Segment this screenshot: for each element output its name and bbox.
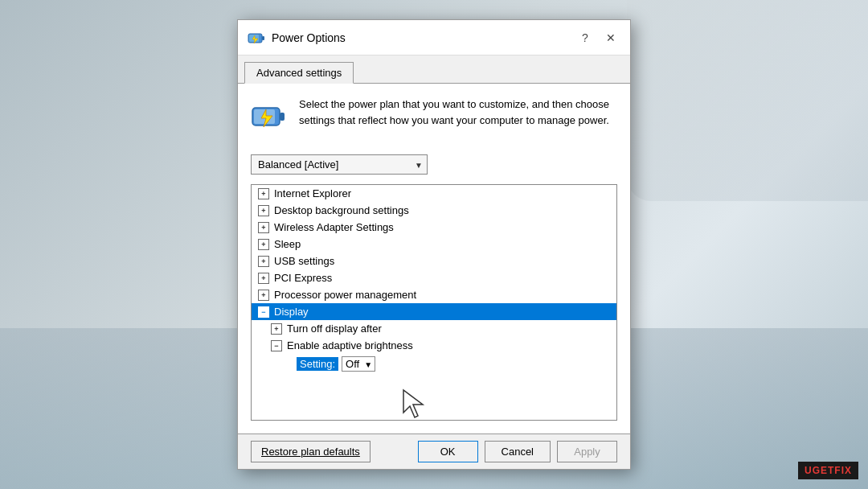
list-item-wireless[interactable]: + Wireless Adapter Settings: [252, 219, 616, 236]
list-item-label-wireless: Wireless Adapter Settings: [274, 221, 394, 233]
bg-laptop-decoration: [627, 0, 868, 201]
expand-icon-sleep: +: [258, 239, 269, 250]
apply-button[interactable]: Apply: [557, 441, 617, 462]
dialog-footer: Restore plan defaults OK Cancel Apply: [238, 434, 630, 469]
list-item-display[interactable]: − Display: [252, 303, 616, 320]
list-item-label-desktop: Desktop background settings: [274, 204, 409, 216]
expand-icon-wireless: +: [258, 222, 269, 233]
close-button[interactable]: ✕: [601, 28, 620, 47]
title-controls: ? ✕: [575, 28, 620, 47]
power-plan-dropdown[interactable]: Balanced [Active] Power saver High perfo…: [251, 154, 428, 175]
list-item-label-ie: Internet Explorer: [274, 187, 351, 199]
list-item-label-adaptive: Enable adaptive brightness: [287, 339, 413, 351]
expand-icon-processor: +: [258, 290, 269, 301]
expand-icon-desktop: +: [258, 205, 269, 216]
list-item-label-sleep: Sleep: [274, 238, 301, 250]
power-options-dialog: Power Options ? ✕ Advanced settings Sele…: [237, 19, 631, 470]
watermark-suffix: FIX: [834, 465, 852, 476]
settings-list[interactable]: + Internet Explorer + Desktop background…: [252, 185, 616, 420]
setting-value-row: Setting: Off On ▼: [252, 354, 616, 374]
power-icon-large: [251, 97, 289, 135]
expand-icon-pci: +: [258, 273, 269, 284]
list-item-sleep[interactable]: + Sleep: [252, 236, 616, 253]
list-item-usb[interactable]: + USB settings: [252, 253, 616, 269]
list-item-label-turn-off: Turn off display after: [287, 323, 382, 335]
intro-section: Select the power plan that you want to c…: [251, 97, 617, 145]
expand-icon-adaptive: −: [271, 340, 282, 351]
help-button[interactable]: ?: [575, 28, 595, 47]
power-plan-dropdown-wrapper: Balanced [Active] Power saver High perfo…: [251, 154, 428, 175]
restore-plan-defaults-button[interactable]: Restore plan defaults: [251, 441, 371, 462]
intro-text: Select the power plan that you want to c…: [299, 97, 617, 128]
dialog-body: Select the power plan that you want to c…: [238, 84, 630, 434]
list-item-label-usb: USB settings: [274, 255, 334, 267]
list-item-processor[interactable]: + Processor power management: [252, 286, 616, 303]
power-options-icon: [248, 29, 265, 47]
dialog-title: Power Options: [272, 31, 569, 44]
list-item-pci[interactable]: + PCI Express: [252, 269, 616, 286]
ok-button[interactable]: OK: [418, 441, 478, 462]
expand-icon-display: −: [258, 306, 269, 318]
expand-icon-usb: +: [258, 256, 269, 267]
expand-icon-turn-off: +: [271, 323, 282, 335]
svg-rect-5: [280, 113, 285, 121]
list-item-label-pci: PCI Express: [274, 272, 332, 284]
title-bar: Power Options ? ✕: [238, 20, 630, 55]
list-item-internet-explorer[interactable]: + Internet Explorer: [252, 185, 616, 202]
list-item-adaptive-brightness[interactable]: − Enable adaptive brightness: [252, 337, 616, 354]
tab-advanced-settings[interactable]: Advanced settings: [244, 62, 354, 84]
list-item-label-processor: Processor power management: [274, 289, 416, 301]
settings-list-container: + Internet Explorer + Desktop background…: [251, 184, 617, 421]
setting-label: Setting:: [297, 357, 338, 371]
list-item-label-display: Display: [274, 306, 309, 318]
list-item-desktop-bg[interactable]: + Desktop background settings: [252, 202, 616, 219]
tab-bar: Advanced settings: [238, 55, 630, 84]
setting-dropdown-wrapper: Off On ▼: [342, 356, 375, 372]
expand-icon-ie: +: [258, 188, 269, 199]
watermark: UGETFIX: [798, 462, 858, 479]
svg-rect-1: [262, 36, 264, 40]
dialog-icon: [248, 29, 265, 47]
watermark-highlight: ET: [821, 465, 834, 476]
watermark-prefix: UG: [805, 465, 821, 476]
intro-icon: [251, 97, 289, 135]
list-item-turn-off-display[interactable]: + Turn off display after: [252, 320, 616, 337]
cancel-button[interactable]: Cancel: [485, 441, 551, 462]
setting-value-dropdown[interactable]: Off On: [342, 356, 375, 372]
